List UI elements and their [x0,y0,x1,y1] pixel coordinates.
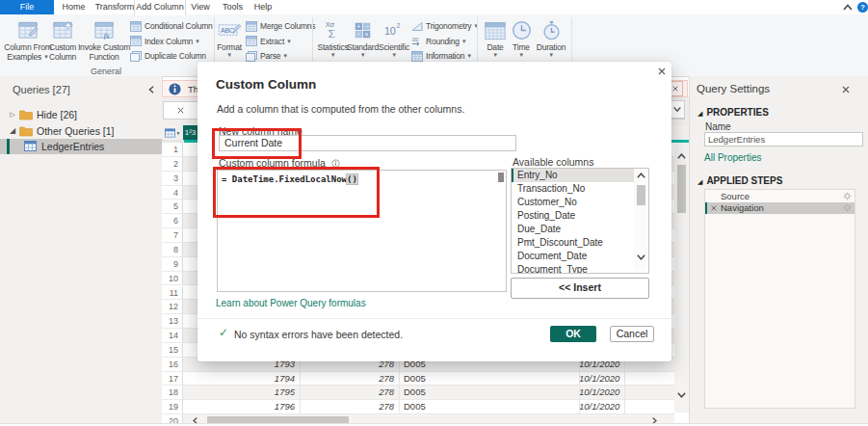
row-number[interactable]: 14 [162,329,183,343]
trigonometry-button[interactable]: Trigonometry▼ [411,19,479,33]
formula-cancel-button[interactable] [164,102,198,119]
sidebar-item-other-queries-folder[interactable]: ◢ Other Queries [1] [0,123,162,139]
grid-cell[interactable]: 10/1/2020 [579,386,624,400]
grid-cell[interactable]: D005 [399,372,579,386]
duplicate-column-button[interactable]: Duplicate Column [130,49,206,63]
listbox-scrollbar[interactable] [634,169,648,271]
ok-button[interactable]: OK [550,326,596,342]
row-number[interactable]: 1 [162,143,183,157]
properties-section-header[interactable]: ◢PROPERTIES [697,107,769,118]
scientific-button[interactable]: Scientific ▼ [375,17,413,58]
row-number[interactable]: 3 [162,172,183,186]
tab-home[interactable]: Home [55,0,92,14]
row-number[interactable]: 19 [162,400,183,414]
tab-help[interactable]: Help [248,0,278,14]
scroll-up-icon[interactable] [636,172,646,179]
row-number[interactable]: 18 [162,386,183,400]
merge-columns-button[interactable]: Merge Columns [246,19,315,33]
available-column-posting_date[interactable]: Posting_Date [512,209,648,223]
gear-icon[interactable] [843,203,852,212]
grid-cell[interactable]: 10/1/2020 [579,400,624,414]
information-label: Information [426,51,464,61]
applied-steps-section-header[interactable]: ◢APPLIED STEPS [697,175,782,186]
tab-file[interactable]: File [0,0,54,14]
delete-step-icon[interactable] [710,204,718,212]
row-number[interactable]: 13 [162,314,183,329]
grid-cell[interactable]: 278 [300,372,399,386]
row-number[interactable]: 2 [162,157,183,172]
row-number[interactable]: 12 [162,300,183,314]
duration-button[interactable]: Duration ▼ [530,17,572,58]
extract-button[interactable]: Extract▼ [246,35,292,48]
row-number[interactable]: 10 [162,272,183,286]
grid-vertical-scrollbar[interactable] [674,143,689,413]
grid-cell[interactable]: D005 [399,400,579,414]
insert-column-button[interactable]: << Insert [511,278,649,299]
expander-expanded-icon[interactable]: ◢ [8,126,17,135]
collapse-ribbon-icon[interactable] [842,2,854,13]
scroll-down-icon[interactable] [676,391,687,399]
grid-select-all-button[interactable]: ▼ [162,125,184,143]
tab-view[interactable]: View [183,0,218,14]
help-icon[interactable]: ? [857,2,868,13]
tab-add-column[interactable]: Add Column [134,0,186,15]
column-from-examples-button[interactable]: Column From Examples▼ [4,17,52,62]
index-column-button[interactable]: Index Column▼ [130,35,200,48]
row-number[interactable]: 15 [162,343,183,358]
grid-cell[interactable]: 1796 [183,400,300,414]
scrollbar-thumb[interactable] [637,185,645,205]
row-number[interactable]: 17 [162,372,183,386]
invoke-custom-function-button[interactable]: Invoke Custom Function [76,17,132,62]
available-column-pmt_discount_date[interactable]: Pmt_Discount_Date [512,236,648,250]
row-number[interactable]: 9 [162,257,183,272]
row-number[interactable]: 11 [162,286,183,301]
grid-cell[interactable]: 1795 [183,386,300,400]
scroll-down-icon[interactable] [636,253,646,261]
grid-cell[interactable]: 278 [300,386,399,400]
tab-tools[interactable]: Tools [218,0,248,14]
column-type-icon-number[interactable]: 1²3 [183,125,197,140]
applied-step-source[interactable]: Source [705,190,855,202]
name-field-label: Name [705,121,731,132]
information-button[interactable]: Information▼ [411,49,472,63]
query-settings-close-icon[interactable] [841,85,851,94]
row-number[interactable]: 16 [162,358,183,372]
query-name-input[interactable]: LedgerEntries [704,132,863,146]
grid-cell[interactable]: 10/1/2020 [579,372,624,386]
grid-cell[interactable]: 1794 [183,372,300,386]
collapse-queries-pane-icon[interactable] [147,85,155,94]
parse-button[interactable]: Parse▼ [246,49,288,63]
row-number[interactable]: 6 [162,214,183,228]
grid-cell[interactable]: 278 [300,400,399,414]
sidebar-item-hide-folder[interactable]: ▷ Hide [26] [0,107,162,122]
editor-scrollbar-thumb[interactable] [498,173,504,182]
available-column-document_date[interactable]: Document_Date [512,250,648,263]
applied-step-navigation[interactable]: Navigation [705,202,855,215]
available-column-entry_no[interactable]: Entry_No [512,169,648,182]
grid-cell[interactable]: D005 [399,386,579,400]
expander-collapsed-icon[interactable]: ▷ [8,111,17,119]
available-column-customer_no[interactable]: Customer_No [512,196,648,209]
custom-column-button[interactable]: Custom Column [49,17,76,62]
sidebar-item-ledgerentries[interactable]: LedgerEntries [0,139,162,154]
scrollbar-thumb[interactable] [677,165,686,213]
row-number[interactable]: 5 [162,200,183,214]
available-column-document_type[interactable]: Document_Type [512,263,648,274]
row-number[interactable]: 8 [162,243,183,257]
cancel-button[interactable]: Cancel [610,326,654,342]
all-properties-link[interactable]: All Properties [704,152,761,163]
conditional-column-button[interactable]: Conditional Column [130,19,213,33]
available-column-transaction_no[interactable]: Transaction_No [512,182,648,196]
row-number[interactable]: 4 [162,186,183,200]
row-number[interactable]: 7 [162,228,183,243]
gear-icon[interactable] [843,192,852,200]
scroll-up-icon[interactable] [676,152,687,160]
selection-indicator-bar [512,169,513,182]
rounding-button[interactable]: Rounding▼ [411,35,467,48]
dropdown-arrow-icon: ▼ [530,53,572,58]
format-button[interactable]: Format ▼ [211,17,248,58]
learn-formulas-link[interactable]: Learn about Power Query formulas [216,298,366,308]
dialog-close-button[interactable] [655,67,669,78]
available-column-due_date[interactable]: Due_Date [512,223,648,236]
tab-transform[interactable]: Transform [92,0,137,14]
